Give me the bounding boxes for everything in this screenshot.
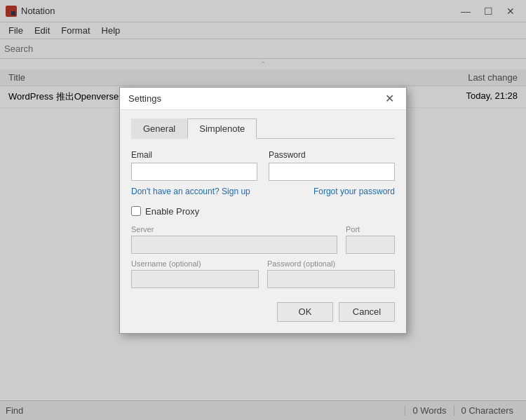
dialog-content: General Simplenote Email Password Don't … <box>120 110 406 333</box>
enable-proxy-checkbox[interactable] <box>131 206 141 216</box>
password-input[interactable] <box>269 163 395 181</box>
port-label: Port <box>346 225 395 233</box>
settings-dialog: Settings ✕ General Simplenote Email Pass… <box>119 87 407 334</box>
username-label: Username (optional) <box>131 259 259 268</box>
password-opt-label: Password (optional) <box>267 259 395 268</box>
port-input[interactable] <box>346 236 395 254</box>
server-input[interactable] <box>131 236 337 254</box>
dialog-tabs: General Simplenote <box>131 118 395 139</box>
password-label: Password <box>269 150 395 160</box>
cancel-button[interactable]: Cancel <box>339 302 395 322</box>
ok-button[interactable]: OK <box>277 302 333 322</box>
dialog-title-bar: Settings ✕ <box>120 88 406 110</box>
username-password-opt-row: Username (optional) Password (optional) <box>131 259 395 288</box>
password-group: Password <box>269 150 395 181</box>
forgot-link[interactable]: Forgot your password <box>313 187 395 196</box>
server-port-row: Server Port <box>131 225 395 254</box>
dialog-overlay: Settings ✕ General Simplenote Email Pass… <box>0 0 526 420</box>
enable-proxy-row: Enable Proxy <box>131 206 395 217</box>
signup-link[interactable]: Don't have an account? Sign up <box>131 187 250 196</box>
username-input[interactable] <box>131 270 259 288</box>
email-input[interactable] <box>131 163 257 181</box>
proxy-fields: Server Port Username (optional) Password <box>131 225 395 288</box>
email-password-row: Email Password <box>131 150 395 181</box>
dialog-title-text: Settings <box>128 93 381 104</box>
form-links: Don't have an account? Sign up Forgot yo… <box>131 187 395 196</box>
tab-simplenote[interactable]: Simplenote <box>187 118 257 139</box>
port-group: Port <box>346 225 395 254</box>
tab-general[interactable]: General <box>131 118 187 139</box>
email-group: Email <box>131 150 257 181</box>
email-label: Email <box>131 150 257 160</box>
username-group: Username (optional) <box>131 259 259 288</box>
enable-proxy-label: Enable Proxy <box>145 206 199 217</box>
dialog-buttons: OK Cancel <box>131 299 395 322</box>
password-opt-input[interactable] <box>267 270 395 288</box>
server-label: Server <box>131 225 337 233</box>
password-opt-group: Password (optional) <box>267 259 395 288</box>
server-group: Server <box>131 225 337 254</box>
dialog-close-button[interactable]: ✕ <box>381 91 398 105</box>
